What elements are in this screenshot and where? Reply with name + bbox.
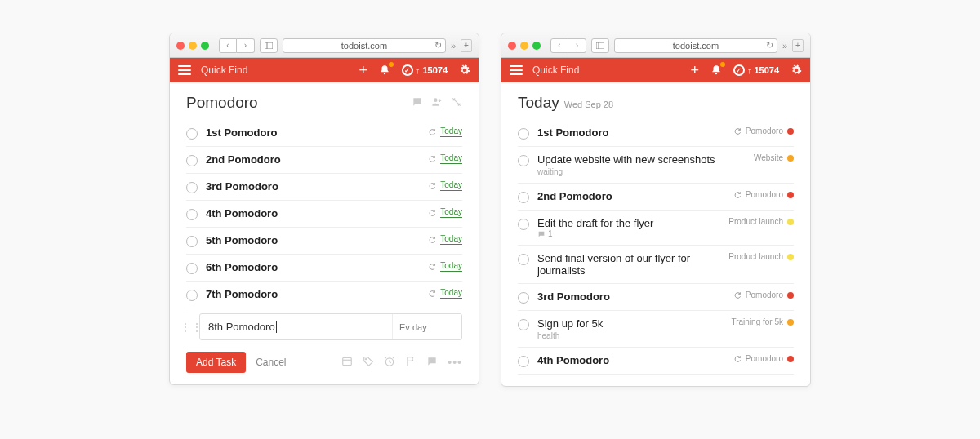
project-label[interactable]: Training for 5k [731, 317, 783, 326]
maximize-window-button[interactable] [532, 42, 541, 50]
more-icon[interactable] [451, 96, 462, 108]
priority-icon[interactable] [405, 356, 416, 369]
task-checkbox[interactable] [518, 219, 529, 230]
project-label[interactable]: Pomodoro [746, 190, 783, 199]
task-checkbox[interactable] [186, 236, 198, 247]
project-label[interactable]: Pomodoro [746, 290, 783, 299]
karma-score[interactable]: ✓ ↑ 15074 [733, 64, 779, 76]
notification-dot [720, 62, 725, 67]
task-row[interactable]: 4th PomodoroPomodoro [518, 348, 794, 375]
more-options-icon[interactable]: ••• [448, 356, 462, 369]
task-row[interactable]: 2nd PomodoroToday [186, 147, 462, 174]
settings-icon[interactable] [459, 64, 470, 76]
task-row[interactable]: 7th PomodoroToday [186, 282, 462, 308]
task-checkbox[interactable] [186, 290, 198, 301]
share-icon[interactable] [431, 96, 443, 108]
task-checkbox[interactable] [518, 155, 529, 166]
task-checkbox[interactable] [518, 254, 529, 265]
task-checkbox[interactable] [186, 155, 198, 166]
address-bar[interactable]: todoist.com ↻ [614, 38, 777, 53]
task-date[interactable]: Today [440, 261, 462, 272]
task-date[interactable]: Today [440, 153, 462, 164]
task-date[interactable]: Today [440, 207, 462, 218]
task-title: 2nd Pomodoro [206, 153, 420, 166]
add-task-icon[interactable]: + [690, 62, 699, 79]
back-button[interactable]: ‹ [219, 38, 237, 53]
recurring-icon [428, 236, 436, 244]
task-row[interactable]: 3rd PomodoroToday [186, 174, 462, 201]
search-input[interactable]: Quick Find [532, 64, 680, 76]
task-row[interactable]: 4th PomodoroToday [186, 201, 462, 228]
project-label[interactable]: Website [754, 153, 783, 162]
task-checkbox[interactable] [518, 319, 529, 330]
drag-handle-icon[interactable]: ⋮⋮ [186, 321, 196, 334]
comment-icon[interactable] [426, 356, 438, 369]
task-checkbox[interactable] [518, 192, 529, 203]
address-bar[interactable]: todoist.com ↻ [283, 38, 446, 53]
comment-count[interactable]: 1 [537, 229, 720, 238]
new-task-input[interactable]: 8th Pomodoro [200, 314, 392, 339]
overflow-icon[interactable]: » [451, 41, 456, 51]
forward-button[interactable]: › [237, 38, 255, 53]
menu-icon[interactable] [178, 65, 191, 75]
new-tab-button[interactable]: + [461, 39, 472, 52]
task-subtext: waiting [537, 167, 746, 176]
add-task-button[interactable]: Add Task [186, 352, 246, 373]
task-row[interactable]: 2nd PomodoroPomodoro [518, 184, 794, 211]
task-checkbox[interactable] [186, 263, 198, 274]
task-date[interactable]: Today [440, 288, 462, 299]
minimize-window-button[interactable] [520, 42, 528, 50]
task-date[interactable]: Today [440, 126, 462, 137]
new-tab-button[interactable]: + [792, 39, 804, 52]
label-icon[interactable] [363, 356, 374, 369]
task-date[interactable]: Today [440, 180, 462, 191]
task-date[interactable]: Today [440, 234, 462, 245]
main-content: Today Wed Sep 28 1st PomodoroPomodoroUpd… [501, 82, 810, 386]
close-window-button[interactable] [176, 42, 185, 50]
karma-score[interactable]: ✓ ↑ 15074 [402, 64, 448, 76]
back-button[interactable]: ‹ [550, 38, 568, 53]
task-row[interactable]: 6th PomodoroToday [186, 255, 462, 282]
notifications-icon[interactable] [379, 64, 390, 76]
cancel-link[interactable]: Cancel [256, 357, 286, 368]
task-row[interactable]: Edit the draft for the flyer 1Product la… [518, 211, 794, 246]
minimize-window-button[interactable] [189, 42, 197, 50]
project-label[interactable]: Pomodoro [746, 126, 783, 135]
comments-icon[interactable] [412, 96, 423, 108]
project-label[interactable]: Pomodoro [746, 354, 783, 363]
task-row[interactable]: 1st PomodoroToday [186, 120, 462, 147]
search-input[interactable]: Quick Find [201, 64, 349, 76]
settings-icon[interactable] [791, 64, 802, 76]
task-row[interactable]: Sign up for 5khealthTraining for 5k [518, 311, 794, 348]
reminder-icon[interactable] [384, 356, 395, 369]
recurring-icon [733, 291, 742, 299]
maximize-window-button[interactable] [201, 42, 209, 50]
sidebar-button[interactable] [591, 38, 609, 53]
task-checkbox[interactable] [518, 356, 529, 367]
task-checkbox[interactable] [518, 292, 529, 304]
close-window-button[interactable] [508, 42, 516, 50]
task-row[interactable]: Update website with new screenshotswaiti… [518, 147, 794, 184]
task-checkbox[interactable] [186, 128, 198, 140]
task-checkbox[interactable] [186, 209, 198, 220]
schedule-input[interactable] [392, 314, 461, 339]
task-row[interactable]: Send final version of our flyer for jour… [518, 246, 794, 284]
task-row[interactable]: 3rd PomodoroPomodoro [518, 284, 794, 311]
view-header: Today Wed Sep 28 [518, 94, 794, 112]
task-checkbox[interactable] [186, 182, 198, 193]
project-label[interactable]: Product launch [728, 252, 783, 261]
sidebar-button[interactable] [260, 38, 278, 53]
reload-icon[interactable]: ↻ [434, 40, 442, 51]
task-row[interactable]: 1st PomodoroPomodoro [518, 120, 794, 147]
menu-icon[interactable] [510, 65, 523, 75]
task-checkbox[interactable] [518, 128, 529, 140]
reload-icon[interactable]: ↻ [766, 40, 773, 51]
project-picker-icon[interactable] [341, 356, 353, 369]
notifications-icon[interactable] [710, 64, 722, 76]
task-row[interactable]: 5th PomodoroToday [186, 228, 462, 255]
add-task-icon[interactable]: + [359, 62, 368, 79]
forward-button[interactable]: › [568, 38, 586, 53]
project-color-dot [787, 219, 794, 225]
overflow-icon[interactable]: » [782, 41, 787, 51]
project-label[interactable]: Product launch [728, 217, 783, 226]
